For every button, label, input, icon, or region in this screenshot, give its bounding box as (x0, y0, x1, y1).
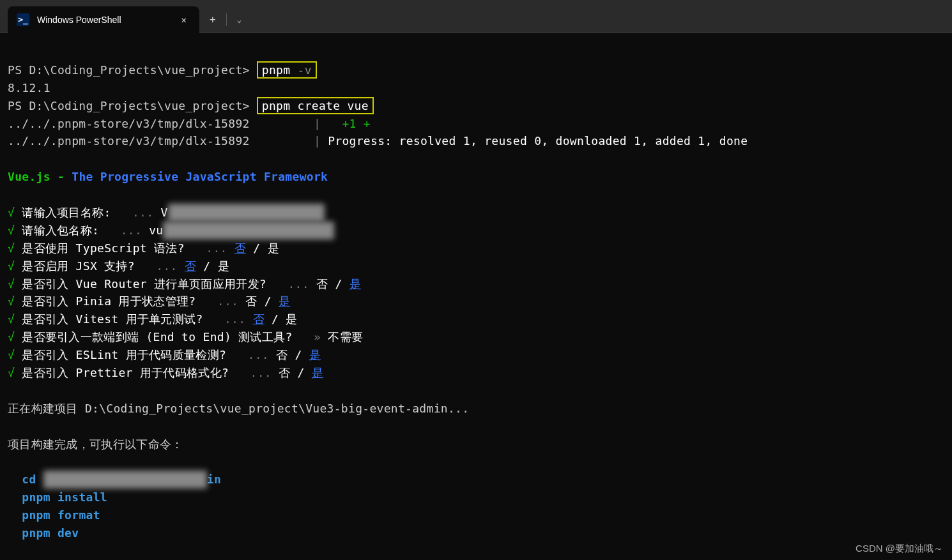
store-path: ../../.pnpm-store/v3/tmp/dlx-15892 (8, 134, 250, 148)
option-yes-selected: 是 (279, 294, 290, 308)
prompt-question: 是否引入 ESLint 用于代码质量检测? (22, 348, 226, 361)
option-yes: 是 (218, 259, 229, 273)
prompt-question: 是否引入 Vitest 用于单元测试? (22, 312, 203, 326)
cmd-cd: cd (22, 473, 43, 486)
prompt-question: 是否引入 Pinia 用于状态管理? (22, 294, 196, 308)
prompt-question: 请输入包名称: (22, 223, 99, 237)
option-no-selected: 否 (253, 312, 265, 326)
vue-title: Vue.js (8, 170, 50, 183)
check-icon: √ (8, 348, 15, 361)
option-no: 否 (276, 348, 288, 361)
option-yes: 是 (286, 312, 297, 326)
check-icon: √ (8, 294, 15, 308)
prompt-question: 请输入项目名称: (22, 206, 111, 219)
powershell-icon: >_ (17, 13, 29, 26)
option-yes-selected: 是 (309, 348, 321, 361)
terminal-output[interactable]: PS D:\Coding_Projects\vue_project> pnpm … (0, 33, 952, 552)
prompt-question: 是否启用 JSX 支持? (22, 259, 135, 273)
prompt-question: 是否使用 TypeScript 语法? (22, 241, 185, 255)
check-icon: √ (8, 241, 15, 255)
tab-powershell[interactable]: >_ Windows PowerShell ✕ (8, 6, 199, 33)
check-icon: √ (8, 277, 15, 291)
highlighted-command: pnpm -v (257, 61, 317, 79)
check-icon: √ (8, 206, 15, 219)
close-icon[interactable]: ✕ (178, 12, 190, 27)
redacted-text: xxxxxxxxxxxxxxxxxxxxxxx (43, 471, 207, 488)
check-icon: √ (8, 223, 15, 237)
option-yes-selected: 是 (349, 277, 361, 291)
version-output: 8.12.1 (8, 81, 50, 95)
option-no: 否 (245, 294, 257, 308)
option-yes-selected: 是 (312, 366, 323, 379)
prompt-question: 是否引入 Vue Router 进行单页面应用开发? (22, 277, 266, 291)
option-no-selected: 否 (234, 241, 246, 255)
prompt: PS D:\Coding_Projects\vue_project> (8, 63, 250, 77)
plus-indicator: +1 + (342, 117, 371, 130)
store-path: ../../.pnpm-store/v3/tmp/dlx-15892 (8, 117, 250, 130)
answer: 不需要 (328, 330, 363, 344)
check-icon: √ (8, 259, 15, 273)
option-no: 否 (279, 366, 290, 379)
check-icon: √ (8, 312, 15, 326)
option-no-selected: 否 (185, 259, 196, 273)
watermark: CSDN @要加油哦～ (856, 543, 943, 555)
chevron-down-icon[interactable]: ⌄ (227, 6, 252, 33)
prompt-question: 是否引入 Prettier 用于代码格式化? (22, 366, 229, 379)
pipe: | (314, 117, 321, 130)
cmd-format: pnpm format (22, 508, 100, 522)
pipe: | (314, 134, 321, 148)
check-icon: √ (8, 330, 15, 344)
prompt-question: 是否要引入一款端到端 (End to End) 测试工具? (22, 330, 292, 344)
check-icon: √ (8, 366, 15, 379)
redacted-text: xxxxxxxxxxxxxxxxxxxxxxxx (163, 222, 334, 239)
vue-subtitle: The Progressive JavaScript Framework (72, 170, 328, 183)
option-yes: 是 (268, 241, 279, 255)
tab-title: Windows PowerShell (37, 15, 170, 25)
done-message: 项目构建完成，可执行以下命令： (8, 437, 183, 451)
cmd-dev: pnpm dev (22, 526, 79, 540)
option-no: 否 (316, 277, 328, 291)
title-bar: >_ Windows PowerShell ✕ + ⌄ (0, 0, 952, 33)
highlighted-command: pnpm create vue (257, 97, 374, 114)
progress-text: Progress: resolved (328, 134, 456, 148)
build-message: 正在构建项目 D:\Coding_Projects\vue_project\Vu… (8, 402, 469, 415)
redacted-text: xxxxxxxxxxxxxxxxxxxxxx (168, 204, 325, 222)
cmd-install: pnpm install (22, 490, 107, 504)
new-tab-button[interactable]: + (199, 6, 226, 33)
prompt: PS D:\Coding_Projects\vue_project> (8, 99, 250, 112)
